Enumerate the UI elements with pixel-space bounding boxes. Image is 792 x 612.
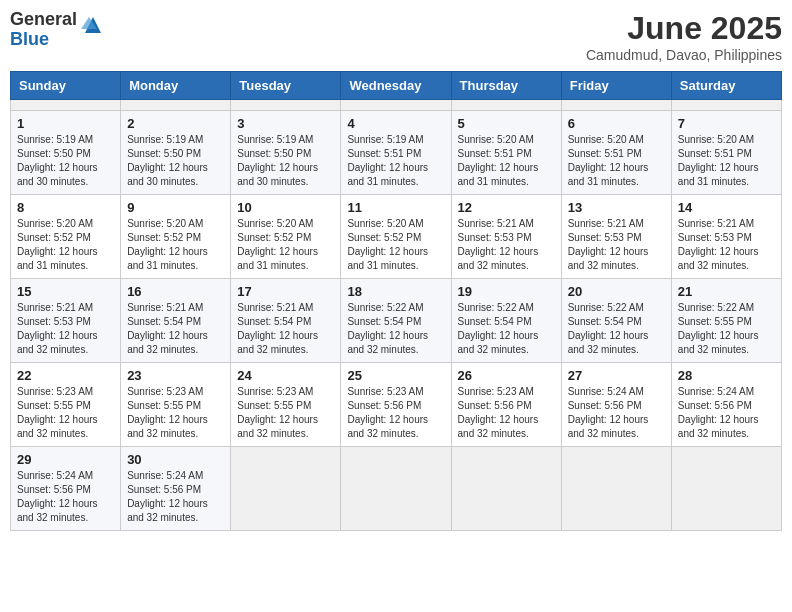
day-number: 2 (127, 116, 224, 131)
day-number: 5 (458, 116, 555, 131)
calendar-cell: 18Sunrise: 5:22 AMSunset: 5:54 PMDayligh… (341, 279, 451, 363)
calendar-cell (11, 100, 121, 111)
logo-blue: Blue (10, 30, 77, 50)
day-number: 14 (678, 200, 775, 215)
calendar-cell: 14Sunrise: 5:21 AMSunset: 5:53 PMDayligh… (671, 195, 781, 279)
day-number: 13 (568, 200, 665, 215)
calendar-cell: 1Sunrise: 5:19 AMSunset: 5:50 PMDaylight… (11, 111, 121, 195)
day-info: Sunrise: 5:19 AMSunset: 5:50 PMDaylight:… (17, 133, 114, 189)
day-info: Sunrise: 5:21 AMSunset: 5:53 PMDaylight:… (678, 217, 775, 273)
month-title: June 2025 (586, 10, 782, 47)
day-info: Sunrise: 5:22 AMSunset: 5:54 PMDaylight:… (568, 301, 665, 357)
day-number: 15 (17, 284, 114, 299)
calendar-header-tuesday: Tuesday (231, 72, 341, 100)
day-info: Sunrise: 5:22 AMSunset: 5:55 PMDaylight:… (678, 301, 775, 357)
calendar-cell: 26Sunrise: 5:23 AMSunset: 5:56 PMDayligh… (451, 363, 561, 447)
calendar-cell: 22Sunrise: 5:23 AMSunset: 5:55 PMDayligh… (11, 363, 121, 447)
logo: General Blue (10, 10, 105, 50)
day-number: 30 (127, 452, 224, 467)
day-number: 20 (568, 284, 665, 299)
calendar-cell: 11Sunrise: 5:20 AMSunset: 5:52 PMDayligh… (341, 195, 451, 279)
day-number: 27 (568, 368, 665, 383)
calendar-cell (451, 100, 561, 111)
day-number: 29 (17, 452, 114, 467)
calendar-cell (671, 447, 781, 531)
calendar-week-4: 15Sunrise: 5:21 AMSunset: 5:53 PMDayligh… (11, 279, 782, 363)
day-info: Sunrise: 5:19 AMSunset: 5:50 PMDaylight:… (237, 133, 334, 189)
logo-general: General (10, 10, 77, 30)
calendar-header-thursday: Thursday (451, 72, 561, 100)
calendar-cell: 20Sunrise: 5:22 AMSunset: 5:54 PMDayligh… (561, 279, 671, 363)
calendar-week-3: 8Sunrise: 5:20 AMSunset: 5:52 PMDaylight… (11, 195, 782, 279)
calendar-cell: 30Sunrise: 5:24 AMSunset: 5:56 PMDayligh… (121, 447, 231, 531)
day-info: Sunrise: 5:20 AMSunset: 5:51 PMDaylight:… (678, 133, 775, 189)
day-info: Sunrise: 5:20 AMSunset: 5:52 PMDaylight:… (17, 217, 114, 273)
day-info: Sunrise: 5:19 AMSunset: 5:50 PMDaylight:… (127, 133, 224, 189)
calendar-cell (121, 100, 231, 111)
day-number: 9 (127, 200, 224, 215)
calendar-header-saturday: Saturday (671, 72, 781, 100)
day-info: Sunrise: 5:21 AMSunset: 5:54 PMDaylight:… (127, 301, 224, 357)
day-number: 17 (237, 284, 334, 299)
calendar-cell: 6Sunrise: 5:20 AMSunset: 5:51 PMDaylight… (561, 111, 671, 195)
calendar-cell: 16Sunrise: 5:21 AMSunset: 5:54 PMDayligh… (121, 279, 231, 363)
day-info: Sunrise: 5:20 AMSunset: 5:52 PMDaylight:… (237, 217, 334, 273)
calendar-cell (341, 447, 451, 531)
calendar-cell: 29Sunrise: 5:24 AMSunset: 5:56 PMDayligh… (11, 447, 121, 531)
calendar-cell: 7Sunrise: 5:20 AMSunset: 5:51 PMDaylight… (671, 111, 781, 195)
day-info: Sunrise: 5:23 AMSunset: 5:55 PMDaylight:… (17, 385, 114, 441)
day-info: Sunrise: 5:21 AMSunset: 5:54 PMDaylight:… (237, 301, 334, 357)
day-number: 28 (678, 368, 775, 383)
calendar-header-wednesday: Wednesday (341, 72, 451, 100)
calendar-week-1 (11, 100, 782, 111)
day-number: 26 (458, 368, 555, 383)
day-number: 6 (568, 116, 665, 131)
day-info: Sunrise: 5:22 AMSunset: 5:54 PMDaylight:… (458, 301, 555, 357)
calendar-cell: 5Sunrise: 5:20 AMSunset: 5:51 PMDaylight… (451, 111, 561, 195)
day-number: 19 (458, 284, 555, 299)
calendar-cell: 3Sunrise: 5:19 AMSunset: 5:50 PMDaylight… (231, 111, 341, 195)
calendar-cell: 10Sunrise: 5:20 AMSunset: 5:52 PMDayligh… (231, 195, 341, 279)
page-header: General Blue June 2025 Camudmud, Davao, … (10, 10, 782, 63)
title-area: June 2025 Camudmud, Davao, Philippines (586, 10, 782, 63)
day-info: Sunrise: 5:20 AMSunset: 5:52 PMDaylight:… (347, 217, 444, 273)
calendar-cell: 9Sunrise: 5:20 AMSunset: 5:52 PMDaylight… (121, 195, 231, 279)
day-info: Sunrise: 5:20 AMSunset: 5:51 PMDaylight:… (568, 133, 665, 189)
day-number: 21 (678, 284, 775, 299)
day-info: Sunrise: 5:24 AMSunset: 5:56 PMDaylight:… (678, 385, 775, 441)
calendar-cell (561, 100, 671, 111)
calendar-cell (451, 447, 561, 531)
calendar-cell: 17Sunrise: 5:21 AMSunset: 5:54 PMDayligh… (231, 279, 341, 363)
calendar-cell: 27Sunrise: 5:24 AMSunset: 5:56 PMDayligh… (561, 363, 671, 447)
day-info: Sunrise: 5:24 AMSunset: 5:56 PMDaylight:… (17, 469, 114, 525)
calendar-week-2: 1Sunrise: 5:19 AMSunset: 5:50 PMDaylight… (11, 111, 782, 195)
calendar-cell: 28Sunrise: 5:24 AMSunset: 5:56 PMDayligh… (671, 363, 781, 447)
calendar-cell (561, 447, 671, 531)
calendar-cell: 25Sunrise: 5:23 AMSunset: 5:56 PMDayligh… (341, 363, 451, 447)
calendar-cell: 21Sunrise: 5:22 AMSunset: 5:55 PMDayligh… (671, 279, 781, 363)
day-info: Sunrise: 5:21 AMSunset: 5:53 PMDaylight:… (568, 217, 665, 273)
day-number: 16 (127, 284, 224, 299)
day-number: 25 (347, 368, 444, 383)
calendar-cell: 23Sunrise: 5:23 AMSunset: 5:55 PMDayligh… (121, 363, 231, 447)
day-info: Sunrise: 5:23 AMSunset: 5:55 PMDaylight:… (127, 385, 224, 441)
calendar-cell: 24Sunrise: 5:23 AMSunset: 5:55 PMDayligh… (231, 363, 341, 447)
day-number: 10 (237, 200, 334, 215)
day-number: 3 (237, 116, 334, 131)
day-info: Sunrise: 5:23 AMSunset: 5:55 PMDaylight:… (237, 385, 334, 441)
day-info: Sunrise: 5:21 AMSunset: 5:53 PMDaylight:… (17, 301, 114, 357)
calendar-week-5: 22Sunrise: 5:23 AMSunset: 5:55 PMDayligh… (11, 363, 782, 447)
day-number: 12 (458, 200, 555, 215)
calendar-cell (671, 100, 781, 111)
day-info: Sunrise: 5:19 AMSunset: 5:51 PMDaylight:… (347, 133, 444, 189)
day-info: Sunrise: 5:22 AMSunset: 5:54 PMDaylight:… (347, 301, 444, 357)
calendar-cell: 4Sunrise: 5:19 AMSunset: 5:51 PMDaylight… (341, 111, 451, 195)
calendar-cell (341, 100, 451, 111)
calendar-header-monday: Monday (121, 72, 231, 100)
calendar-cell: 19Sunrise: 5:22 AMSunset: 5:54 PMDayligh… (451, 279, 561, 363)
day-number: 18 (347, 284, 444, 299)
day-number: 8 (17, 200, 114, 215)
day-number: 1 (17, 116, 114, 131)
day-info: Sunrise: 5:20 AMSunset: 5:52 PMDaylight:… (127, 217, 224, 273)
calendar-cell (231, 100, 341, 111)
